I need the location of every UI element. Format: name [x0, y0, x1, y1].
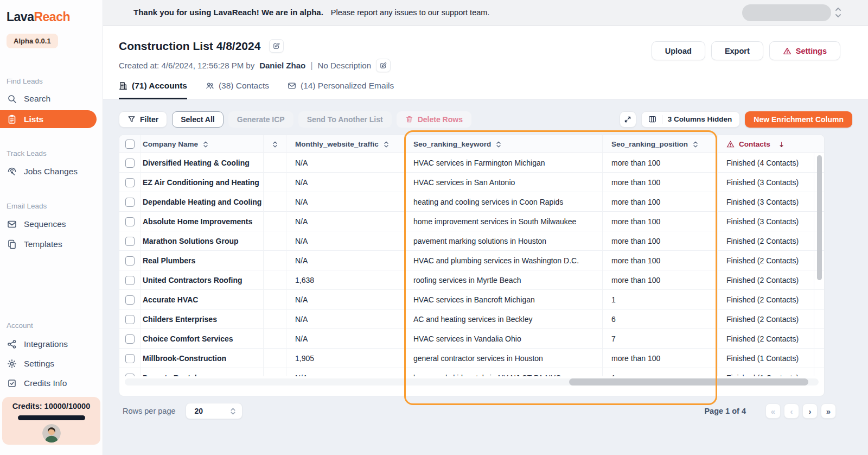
row-checkbox[interactable] [125, 315, 135, 324]
monthly-website-traffic-cell: N/A [286, 153, 405, 173]
horizontal-scrollbar[interactable] [125, 378, 819, 386]
select-all-checkbox[interactable] [125, 140, 135, 149]
sidebar-item-settings[interactable]: Settings [0, 355, 103, 372]
columns-hidden-control[interactable]: 3 Columns Hidden [641, 111, 741, 128]
column-header-contacts[interactable]: Contacts [718, 135, 814, 153]
filter-icon [127, 115, 136, 123]
vertical-scrollbar-thumb[interactable] [817, 155, 822, 280]
row-checkbox[interactable] [125, 354, 135, 363]
column-header-company[interactable]: Company Name [141, 135, 264, 153]
monthly-website-traffic-cell: N/A [286, 329, 405, 349]
stepper-icon [229, 407, 237, 415]
edit-description-button[interactable] [376, 59, 391, 72]
seo-ranking-keyword-cell: HVAC services in Farmington Michigan [405, 153, 603, 173]
expand-table-button[interactable] [620, 111, 636, 128]
upload-button[interactable]: Upload [652, 41, 705, 60]
row-checkbox[interactable] [125, 374, 135, 377]
radar-icon [7, 167, 17, 176]
column-header-seo-ranking-keyword[interactable]: Seo_ranking_keyword [405, 135, 603, 153]
row-checkbox-cell [119, 309, 141, 329]
sidebar-item-lists[interactable]: Lists [0, 110, 97, 128]
last-page-button[interactable]: » [821, 403, 836, 419]
table-row: Accurate HVAC N/A HVAC services in Bancr… [119, 290, 824, 309]
seo-ranking-position-cell: more than 100 [603, 192, 718, 212]
separator: | [310, 60, 312, 71]
new-enrichment-column-button[interactable]: New Enrichment Column [745, 111, 852, 128]
settings-button[interactable]: Settings [769, 41, 840, 60]
row-checkbox[interactable] [125, 276, 135, 285]
banner-dropdown[interactable] [742, 4, 831, 21]
row-checkbox[interactable] [125, 334, 135, 344]
author-name: Daniel Zhao [259, 61, 305, 70]
row-checkbox[interactable] [125, 159, 135, 168]
column-header-monthly-website-traffic[interactable]: Monthly_website_traffic [286, 135, 405, 153]
unnamed-cell [264, 290, 286, 309]
delete-rows-button[interactable]: Delete Rows [397, 111, 471, 128]
row-checkbox[interactable] [125, 295, 135, 305]
sort-icon [202, 141, 209, 148]
sidebar-item-jobs-changes[interactable]: Jobs Changes [0, 163, 103, 180]
select-all-button[interactable]: Select All [172, 111, 224, 128]
scrollbar-gutter-cell [814, 309, 824, 329]
send-to-another-list-button[interactable]: Send To Another List [298, 111, 392, 128]
column-label: Monthly_website_traffic [295, 140, 379, 148]
contacts-status-cell: Finished (3 Contacts) [718, 212, 814, 231]
sidebar-item-label: Jobs Changes [24, 167, 78, 176]
section-label-email-leads: Email Leads [7, 202, 47, 210]
scrollbar-gutter-cell [814, 368, 824, 376]
monthly-website-traffic-cell: N/A [286, 251, 405, 270]
company-name-cell: Choice Comfort Services [141, 329, 264, 349]
horizontal-scrollbar-thumb[interactable] [569, 378, 808, 386]
next-page-button[interactable]: › [802, 403, 818, 419]
row-checkbox[interactable] [125, 217, 135, 226]
version-badge: Alpha 0.0.1 [7, 34, 58, 48]
created-text: Created at: 4/6/2024, 12:56:28 PM by [119, 61, 254, 70]
row-checkbox-cell [119, 349, 141, 368]
search-icon [7, 94, 17, 104]
export-button[interactable]: Export [711, 41, 763, 60]
company-name-cell: Millbrook-Construction [141, 349, 264, 368]
building-icon [119, 81, 127, 90]
sidebar-item-credits-info[interactable]: Credits Info [0, 375, 103, 391]
unnamed-cell [264, 231, 286, 251]
seo-ranking-position-cell: more than 100 [603, 270, 718, 290]
unnamed-cell [264, 329, 286, 349]
row-checkbox[interactable] [125, 237, 135, 246]
banner-stepper[interactable] [834, 6, 843, 19]
seo-ranking-position-cell: more than 100 [603, 251, 718, 270]
seo-ranking-keyword-cell: HVAC services in Bancroft Michigan [405, 290, 603, 309]
seo-ranking-keyword-cell: HVAC services in San Antonio [405, 173, 603, 192]
column-label: Seo_ranking_position [611, 140, 688, 148]
unnamed-cell [264, 173, 286, 192]
seo-ranking-keyword-cell: HVAC and plumbing services in Washington… [405, 251, 603, 270]
column-header-unnamed[interactable] [264, 135, 286, 153]
row-checkbox[interactable] [125, 198, 135, 207]
trash-icon [405, 115, 413, 123]
sidebar-item-sequences[interactable]: Sequences [0, 216, 103, 232]
sidebar-item-integrations[interactable]: Integrations [0, 336, 103, 352]
row-checkbox[interactable] [125, 256, 135, 266]
lavareach-logo[interactable]: LavaReach [7, 10, 70, 24]
tab-accounts[interactable]: (71) Accounts [119, 81, 187, 99]
user-avatar[interactable] [42, 424, 61, 443]
contacts-status-cell: Finished (2 Contacts) [718, 231, 814, 251]
scrollbar-gutter-cell [814, 290, 824, 309]
generate-icp-button[interactable]: Generate ICP [228, 111, 293, 128]
sort-icon [272, 141, 278, 148]
edit-title-button[interactable] [269, 39, 284, 53]
filter-button[interactable]: Filter [119, 111, 167, 128]
previous-page-button[interactable]: ‹ [784, 403, 799, 419]
column-header-seo-ranking-position[interactable]: Seo_ranking_position [603, 135, 718, 153]
avatar-image [42, 424, 61, 443]
tab-personalized-emails[interactable]: (14) Personalized Emails [288, 81, 394, 99]
sidebar-item-search[interactable]: Search [0, 90, 103, 107]
contacts-status-cell: Finished (4 Contacts) [718, 153, 814, 173]
row-checkbox[interactable] [125, 178, 135, 187]
sidebar-item-templates[interactable]: Templates [0, 236, 103, 252]
chevron-up-icon [834, 6, 842, 12]
column-label: Company Name [143, 140, 198, 148]
tab-contacts[interactable]: (38) Contacts [206, 81, 269, 99]
rows-per-page-select[interactable]: 20 [186, 403, 242, 419]
first-page-button[interactable]: « [765, 403, 781, 419]
columns-hidden-label: 3 Columns Hidden [668, 115, 732, 123]
